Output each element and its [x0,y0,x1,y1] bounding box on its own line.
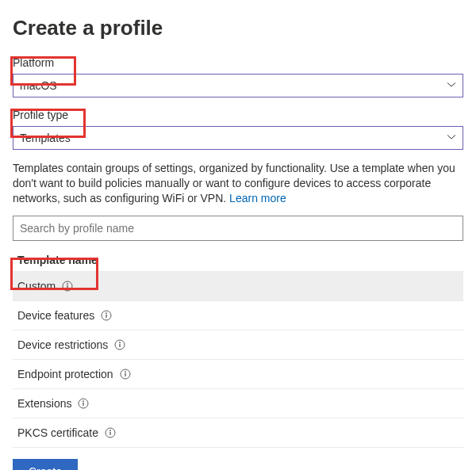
template-list: CustomDevice featuresDevice restrictions… [13,271,463,448]
template-row-label: PKCS certificate [17,426,98,439]
template-row[interactable]: Device restrictions [13,331,463,360]
template-row[interactable]: Device features [13,301,463,331]
svg-rect-2 [67,285,68,288]
template-row[interactable]: Endpoint protection [13,360,463,389]
info-icon[interactable] [105,427,116,438]
info-icon[interactable] [114,339,125,350]
chevron-down-icon [447,79,456,92]
template-row[interactable]: PKCS certificate [13,418,463,448]
template-row[interactable]: Extensions [13,389,463,418]
platform-value: macOS [20,79,57,92]
create-button[interactable]: Create [13,459,78,470]
template-row-label: Extensions [17,397,71,410]
svg-point-16 [109,430,111,431]
info-icon[interactable] [62,281,73,292]
page-title: Create a profile [13,16,463,40]
svg-point-4 [106,312,107,314]
search-input[interactable] [13,216,463,241]
info-icon[interactable] [120,369,131,380]
svg-point-1 [67,283,68,285]
profile-type-dropdown[interactable]: Templates [13,126,463,150]
profile-type-label: Profile type [13,109,463,121]
svg-point-13 [83,400,85,402]
template-row-label: Endpoint protection [17,368,113,380]
svg-rect-8 [120,343,121,346]
svg-rect-11 [125,373,125,376]
svg-point-10 [125,371,126,373]
svg-point-7 [119,342,121,343]
svg-rect-5 [106,314,107,317]
create-profile-panel: Create a profile Platform macOS Profile … [0,0,476,470]
column-header-template-name: Template name [13,249,463,271]
chevron-down-icon [447,132,456,144]
template-row-label: Device restrictions [17,338,108,351]
svg-rect-14 [83,402,84,405]
learn-more-link[interactable]: Learn more [229,192,286,204]
info-icon[interactable] [101,310,112,321]
profile-type-value: Templates [20,132,71,144]
template-row-label: Device features [17,309,94,322]
svg-rect-17 [109,431,110,434]
platform-label: Platform [13,56,463,69]
template-row[interactable]: Custom [13,272,463,301]
templates-description: Templates contain groups of settings, or… [13,161,463,206]
info-icon[interactable] [78,398,89,409]
template-row-label: Custom [17,280,56,292]
platform-dropdown[interactable]: macOS [13,74,463,97]
